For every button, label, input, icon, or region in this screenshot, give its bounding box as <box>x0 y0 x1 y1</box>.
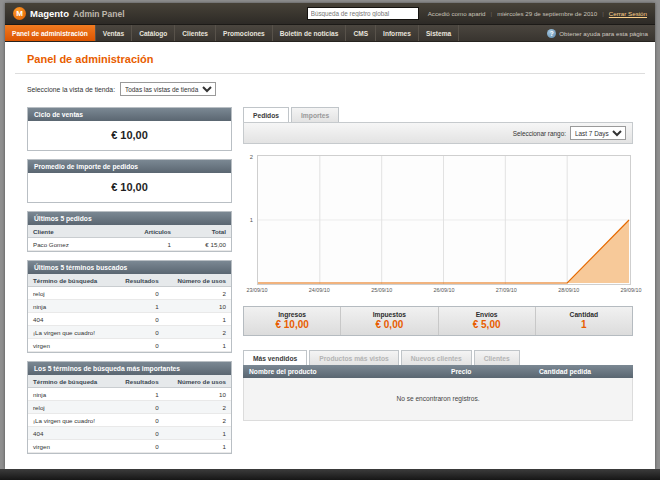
table-cell: 1 <box>164 339 231 352</box>
nav-item-sistema[interactable]: Sistema <box>419 25 459 41</box>
tab-pedidos[interactable]: Pedidos <box>243 107 289 122</box>
top-search-card: Los 5 términos de búsqueda más important… <box>27 361 232 454</box>
global-search-input[interactable] <box>307 7 419 20</box>
nav-item-catalogo[interactable]: Catálogo <box>132 25 175 41</box>
stat-label: Envíos <box>439 311 535 318</box>
column-header: Artículos <box>110 225 176 238</box>
column-header: Resultados <box>114 274 164 287</box>
nav-items: Panel de administraciónVentasCatálogoCli… <box>5 25 459 41</box>
x-tick-label: 23/09/10 <box>247 287 268 293</box>
table-row[interactable]: 40401 <box>28 427 231 440</box>
table-cell: virgen <box>28 339 114 352</box>
table-cell: 404 <box>28 313 114 326</box>
table-cell: 1 <box>164 427 231 440</box>
column-header: Número de usos <box>164 274 231 287</box>
header-bar: M Magento Admin Panel Accedió como apari… <box>5 3 655 25</box>
stat-value: € 5,00 <box>439 319 535 330</box>
stat-label: Ingresos <box>244 311 340 318</box>
table-cell: € 15,00 <box>176 238 231 251</box>
last-orders-card: Últimos 5 pedidos ClienteArtículosTotalP… <box>27 211 232 252</box>
admin-page: M Magento Admin Panel Accedió como apari… <box>5 3 655 469</box>
card-header: Promedio de importe de pedidos <box>28 160 231 173</box>
last-orders-table: ClienteArtículosTotalPaco Gomez1€ 15,00 <box>28 225 231 251</box>
stat-envios: Envíos € 5,00 <box>438 307 535 335</box>
nav-item-cms[interactable]: CMS <box>346 25 376 41</box>
date-text: miércoles 29 de septiembre de 2010 <box>497 10 597 17</box>
table-cell: 0 <box>114 427 164 440</box>
chart-y-axis: 12 <box>243 155 257 298</box>
table-row[interactable]: ninja110 <box>28 388 231 401</box>
x-tick-label: 24/09/10 <box>309 287 330 293</box>
table-cell: 404 <box>28 427 114 440</box>
last-search-table: Término de búsquedaResultadosNúmero de u… <box>28 274 231 352</box>
average-orders-value: € 10,00 <box>28 173 231 202</box>
top-search-table: Término de búsquedaResultadosNúmero de u… <box>28 375 231 453</box>
nav-item-boletin-de-noticias[interactable]: Boletín de noticias <box>273 25 347 41</box>
table-row[interactable]: Paco Gomez1€ 15,00 <box>28 238 231 251</box>
table-row[interactable]: reloj02 <box>28 287 231 300</box>
table-row[interactable]: ¡La virgen que cuadro!02 <box>28 414 231 427</box>
tab-clientes[interactable]: Clientes <box>474 350 520 365</box>
table-cell: ¡La virgen que cuadro! <box>28 414 114 427</box>
login-status-text: Accedió como aparid <box>428 10 486 17</box>
table-row[interactable]: virgen01 <box>28 440 231 453</box>
x-tick-label: 29/09/10 <box>621 287 642 293</box>
x-tick-label: 25/09/10 <box>371 287 392 293</box>
tab-importes[interactable]: Importes <box>291 107 339 122</box>
range-select[interactable]: Last 7 Days <box>570 126 626 140</box>
last-search-card: Últimos 5 términos buscados Término de b… <box>27 260 232 353</box>
header-separator: | <box>491 10 493 17</box>
x-tick-label: 26/09/10 <box>434 287 455 293</box>
stat-ingresos: Ingresos € 10,00 <box>244 307 340 335</box>
x-tick-label: 28/09/10 <box>558 287 579 293</box>
tab-mas-vendidos[interactable]: Más vendidos <box>243 350 307 365</box>
table-row[interactable]: 40401 <box>28 313 231 326</box>
tab-nuevos-clientes[interactable]: Nuevos clientes <box>401 350 472 365</box>
table-cell: ninja <box>28 300 114 313</box>
stat-value: 1 <box>536 319 632 330</box>
table-cell: ¡La virgen que cuadro! <box>28 326 114 339</box>
table-cell: 0 <box>114 401 164 414</box>
y-tick-label: 1 <box>250 217 253 223</box>
stat-value: € 10,00 <box>244 319 340 330</box>
table-cell: Paco Gomez <box>28 238 110 251</box>
browser-status-bar <box>0 469 660 480</box>
column-header-precio: Precio <box>451 368 539 375</box>
store-view-label: Seleccione la vista de tienda: <box>27 86 115 93</box>
range-label: Seleccionar rango: <box>513 130 566 137</box>
nav-item-informes[interactable]: Informes <box>376 25 419 41</box>
nav-item-promociones[interactable]: Promociones <box>216 25 273 41</box>
table-cell: 1 <box>164 313 231 326</box>
page-help-link[interactable]: ? Obtener ayuda para esta página <box>547 25 655 41</box>
tab-productos-mas-vistos[interactable]: Productos más vistos <box>309 350 399 365</box>
table-row[interactable]: ninja110 <box>28 300 231 313</box>
column-header: Término de búsqueda <box>28 375 114 388</box>
column-header: Cliente <box>28 225 110 238</box>
store-view-row: Seleccione la vista de tienda: Todas las… <box>27 82 633 96</box>
table-row[interactable]: reloj02 <box>28 401 231 414</box>
table-cell: 1 <box>110 238 176 251</box>
lifetime-sales-value: € 10,00 <box>28 121 231 150</box>
brand-suffix: Admin Panel <box>73 9 124 19</box>
nav-item-clientes[interactable]: Clientes <box>175 25 216 41</box>
content: Panel de administración Seleccione la vi… <box>5 42 655 469</box>
stats-bar: Ingresos € 10,00 Impuestos € 0,00 Envíos… <box>243 306 633 336</box>
stat-impuestos: Impuestos € 0,00 <box>340 307 437 335</box>
lifetime-sales-card: Ciclo de ventas € 10,00 <box>27 107 232 151</box>
logout-link[interactable]: Cerrar Sesión <box>609 10 647 17</box>
table-cell: virgen <box>28 440 114 453</box>
orders-chart: 12 23/09/1024/09/1025/09/1026/09/1027/09… <box>243 144 633 298</box>
table-cell: 2 <box>164 287 231 300</box>
table-row[interactable]: ¡La virgen que cuadro!02 <box>28 326 231 339</box>
nav-item-ventas[interactable]: Ventas <box>96 25 132 41</box>
stat-label: Impuestos <box>341 311 437 318</box>
store-view-select[interactable]: Todas las vistas de tienda <box>120 82 216 96</box>
card-header: Los 5 términos de búsqueda más important… <box>28 362 231 375</box>
chart-x-labels: 23/09/1024/09/1025/09/1026/09/1027/09/10… <box>257 287 631 298</box>
x-tick-label: 27/09/10 <box>496 287 517 293</box>
table-row[interactable]: virgen01 <box>28 339 231 352</box>
stat-value: € 0,00 <box>341 319 437 330</box>
nav-item-panel-de-administracion[interactable]: Panel de administración <box>5 25 96 41</box>
column-header-producto: Nombre del producto <box>249 368 451 375</box>
header-user-info: Accedió como aparid | miércoles 29 de se… <box>428 10 647 17</box>
